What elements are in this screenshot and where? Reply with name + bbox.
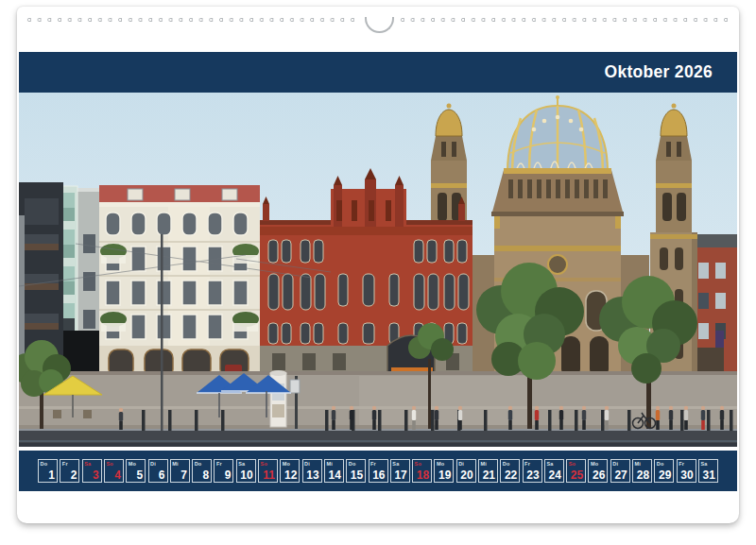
weekday-label: Sa <box>84 461 91 467</box>
calendar-day-cell: Mi14 <box>324 459 344 483</box>
calendar-day-cell: Do8 <box>192 459 212 483</box>
day-number: 6 <box>159 469 165 481</box>
weekday-label: Mi <box>635 461 642 467</box>
day-number: 11 <box>263 469 275 481</box>
weekday-label: Fr <box>62 461 68 467</box>
calendar-day-cell: Sa24 <box>544 459 564 483</box>
calendar-day-cell: Fr2 <box>60 459 79 483</box>
calendar-page: Oktober 2026 <box>17 7 739 523</box>
building-brick-right <box>693 234 737 380</box>
weekday-label: Di <box>304 461 310 467</box>
calendar-day-cell: So18 <box>412 459 432 483</box>
calendar-day-cell: Mi21 <box>478 459 498 483</box>
day-number: 1 <box>48 469 55 481</box>
day-number: 9 <box>225 469 232 481</box>
calendar-product-shot: { "header": { "label": "Oktober 2026" },… <box>0 0 756 545</box>
calendar-day-cell: Di20 <box>456 459 476 483</box>
day-number: 31 <box>703 469 715 481</box>
calendar-day-cell: Mi7 <box>170 459 190 483</box>
calendar-day-cell: Do22 <box>500 459 520 483</box>
weekday-label: So <box>569 461 576 467</box>
day-number: 4 <box>114 469 121 481</box>
calendar-day-cell: Sa10 <box>236 459 256 483</box>
spiral-binding-holes-right <box>399 16 730 24</box>
calendar-day-cell: Di27 <box>610 459 630 483</box>
day-number: 8 <box>202 469 209 481</box>
day-number: 10 <box>240 469 252 481</box>
weekday-label: So <box>415 461 421 467</box>
weekday-label: Mo <box>283 461 290 467</box>
day-number: 24 <box>549 469 561 481</box>
calendar-day-cell: Di13 <box>302 459 322 483</box>
weekday-label: Do <box>503 461 510 467</box>
weekday-label: Sa <box>546 461 553 467</box>
weekday-label: Mi <box>172 461 179 467</box>
calendar-day-cell: Mo12 <box>280 459 300 483</box>
day-number: 26 <box>593 469 605 481</box>
calendar-day-cell: Fr9 <box>214 459 233 483</box>
calendar-day-cell: Sa17 <box>390 459 410 483</box>
day-number: 17 <box>394 469 406 481</box>
day-number: 20 <box>460 469 472 481</box>
month-header: Oktober 2026 <box>19 52 737 93</box>
calendar-day-cell: Mo19 <box>434 459 454 483</box>
day-number: 19 <box>438 469 451 481</box>
weekday-label: Fr <box>370 461 376 467</box>
weekday-label: Di <box>458 461 464 467</box>
day-number: 25 <box>571 469 583 481</box>
weekday-label: Do <box>195 461 202 467</box>
month-title: Oktober 2026 <box>605 62 738 82</box>
calendar-day-cell: Mi28 <box>632 459 652 483</box>
day-number: 15 <box>351 469 363 481</box>
calendar-day-cell: So25 <box>566 459 586 483</box>
day-number: 5 <box>137 469 144 481</box>
city-panorama-graphic <box>19 93 737 447</box>
weekday-label: Mo <box>129 461 136 467</box>
weekday-label: Fr <box>216 461 222 467</box>
day-number: 22 <box>505 469 517 481</box>
weekday-label: Mi <box>326 461 333 467</box>
street <box>19 429 737 447</box>
calendar-day-cell: Fr16 <box>369 459 388 483</box>
calendar-day-cell: Fr23 <box>523 459 542 483</box>
calendar-day-cell: Do15 <box>346 459 366 483</box>
weekday-label: Do <box>657 461 664 467</box>
calendar-day-cell: Mo26 <box>588 459 608 483</box>
day-number: 2 <box>71 469 77 481</box>
weekday-label: Sa <box>392 461 399 467</box>
calendar-day-cell: Di6 <box>148 459 168 483</box>
weekday-label: Mo <box>437 461 444 467</box>
photo-panorama <box>19 93 737 447</box>
calendar-day-cell: Do29 <box>654 459 674 483</box>
weekday-label: So <box>106 461 112 467</box>
calendar-day-cell: So4 <box>104 459 124 483</box>
date-strip: Do1Fr2Sa3So4Mo5Di6Mi7Do8Fr9Sa10So11Mo12D… <box>19 451 737 491</box>
weekday-label: Do <box>349 461 356 467</box>
weekday-label: Sa <box>700 461 707 467</box>
weekday-label: Di <box>612 461 618 467</box>
day-number: 21 <box>483 469 495 481</box>
hanger-ring <box>365 17 394 33</box>
day-number: 18 <box>417 469 429 481</box>
weekday-label: Di <box>150 461 156 467</box>
weekday-label: Sa <box>238 461 245 467</box>
day-number: 28 <box>637 469 649 481</box>
weekday-label: Mi <box>480 461 487 467</box>
calendar-day-cell: Sa31 <box>698 459 718 483</box>
day-number: 12 <box>284 469 297 481</box>
weekday-label: Fr <box>679 461 684 467</box>
spiral-binding-holes-left <box>26 16 357 24</box>
day-number: 27 <box>614 469 627 481</box>
day-number: 23 <box>526 469 539 481</box>
day-number: 7 <box>180 469 187 481</box>
calendar-day-cell: Mo5 <box>126 459 146 483</box>
weekday-label: Mo <box>591 461 598 467</box>
weekday-label: Do <box>41 461 48 467</box>
day-number: 14 <box>329 469 341 481</box>
weekday-label: So <box>261 461 267 467</box>
calendar-day-cell: So11 <box>258 459 278 483</box>
day-number: 30 <box>680 469 693 481</box>
weekday-label: Fr <box>524 461 530 467</box>
calendar-day-cell: Sa3 <box>82 459 102 483</box>
day-number: 16 <box>372 469 385 481</box>
